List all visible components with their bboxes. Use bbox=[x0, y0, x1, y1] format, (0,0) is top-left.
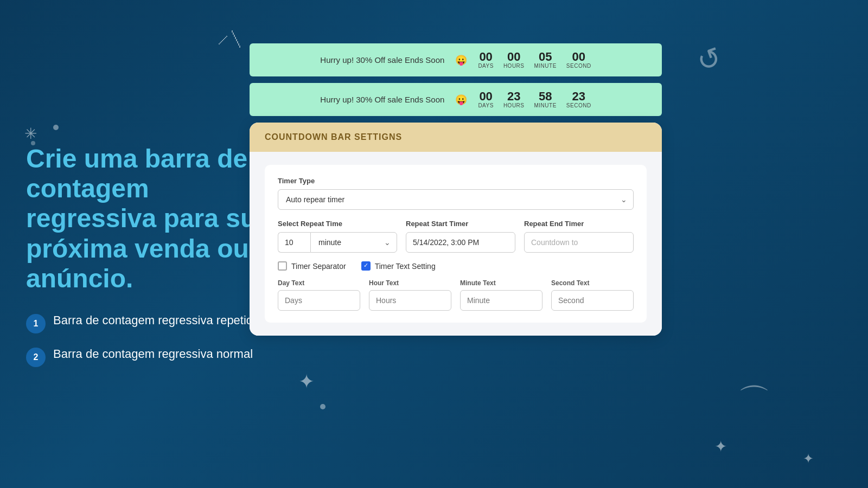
bar1-minutes-label: MINUTE bbox=[534, 63, 557, 69]
timer-separator-item[interactable]: Timer Separator bbox=[278, 261, 346, 271]
bar2-minutes-unit: 58 MINUTE bbox=[534, 91, 557, 108]
list-item-1-text: Barra de contagem regressiva repetida bbox=[53, 313, 259, 329]
bar1-text: Hurry up! 30% Off sale Ends Soon bbox=[320, 55, 444, 65]
bar2-hours-unit: 23 HOURS bbox=[503, 91, 525, 108]
timer-text-setting-label: Timer Text Setting bbox=[375, 262, 436, 271]
repeat-end-label: Repeat End Timer bbox=[524, 220, 634, 228]
list-item-2-text: Barra de contagem regressiva normal bbox=[53, 346, 253, 362]
minute-text-input[interactable] bbox=[460, 290, 542, 311]
checkboxes-row: Timer Separator Timer Text Setting bbox=[278, 261, 634, 271]
deco-star4-icon: ✦ bbox=[803, 451, 814, 466]
bar1-seconds-label: SECOND bbox=[566, 63, 591, 69]
bar1-minutes-number: 05 bbox=[539, 51, 552, 63]
list-item-1-number: 1 bbox=[26, 314, 46, 333]
bar2-seconds-label: SECOND bbox=[566, 102, 591, 108]
bar1-seconds-number: 00 bbox=[572, 51, 585, 63]
timer-separator-checkbox[interactable] bbox=[278, 261, 287, 271]
bar2-minutes-label: MINUTE bbox=[534, 102, 557, 108]
second-text-input[interactable] bbox=[551, 290, 634, 311]
bar1-seconds-unit: 00 SECOND bbox=[566, 51, 591, 69]
bar2-days-unit: 00 DAYS bbox=[478, 91, 494, 108]
hour-text-group: Hour Text bbox=[369, 279, 451, 311]
deco-star2-icon: ✦ bbox=[298, 370, 315, 393]
bar1-days-number: 00 bbox=[479, 51, 492, 63]
repeat-end-input[interactable] bbox=[524, 232, 634, 253]
bar1-emoji: 😛 bbox=[455, 54, 467, 66]
deco-dot3 bbox=[320, 404, 326, 409]
settings-header: COUNTDOWN BAR SETTIGNS bbox=[250, 123, 662, 152]
bar2-seconds-unit: 23 SECOND bbox=[566, 91, 591, 108]
timer-text-setting-item[interactable]: Timer Text Setting bbox=[361, 261, 436, 271]
bar2-hours-label: HOURS bbox=[503, 102, 525, 108]
deco-dot1 bbox=[53, 125, 59, 130]
timer-text-setting-checkbox[interactable] bbox=[361, 261, 371, 271]
minute-text-label: Minute Text bbox=[460, 279, 542, 287]
list-item-2: 2 Barra de contagem regressiva normal bbox=[26, 346, 286, 367]
repeat-unit-select[interactable]: minute bbox=[310, 232, 397, 253]
day-text-input[interactable] bbox=[278, 290, 360, 311]
second-text-group: Second Text bbox=[551, 279, 634, 311]
countdown-bar-2: Hurry up! 30% Off sale Ends Soon 😛 00 DA… bbox=[250, 83, 662, 116]
bar2-timer-units: 00 DAYS 23 HOURS 58 MINUTE 23 SECOND bbox=[478, 91, 591, 108]
repeat-value-input[interactable] bbox=[278, 232, 310, 253]
settings-title: COUNTDOWN BAR SETTIGNS bbox=[265, 132, 647, 142]
deco-asterisk-icon: ✳ bbox=[24, 125, 37, 143]
text-fields-row: Day Text Hour Text Minute Text Second Te… bbox=[278, 279, 634, 311]
bar1-timer-units: 00 DAYS 00 HOURS 05 MINUTE 00 SECOND bbox=[478, 51, 591, 69]
day-text-label: Day Text bbox=[278, 279, 360, 287]
bar1-minutes-unit: 05 MINUTE bbox=[534, 51, 557, 69]
timer-separator-label: Timer Separator bbox=[291, 262, 346, 271]
repeat-start-label: Repeat Start Timer bbox=[406, 220, 515, 228]
main-title: Crie uma barra de contagem regressiva pa… bbox=[26, 144, 286, 293]
bar1-days-unit: 00 DAYS bbox=[478, 51, 494, 69]
minute-text-group: Minute Text bbox=[460, 279, 542, 311]
second-text-label: Second Text bbox=[551, 279, 634, 287]
list-item-2-number: 2 bbox=[26, 348, 46, 367]
countdown-bar-1: Hurry up! 30% Off sale Ends Soon 😛 00 DA… bbox=[250, 43, 662, 76]
bar2-emoji: 😛 bbox=[455, 94, 467, 106]
repeat-start-input[interactable] bbox=[406, 232, 515, 253]
repeat-time-row: Select Repeat Time minute ⌄ bbox=[278, 220, 634, 253]
settings-body: Timer Type Auto repear timer ⌄ Select Re… bbox=[250, 152, 662, 336]
right-panel: Hurry up! 30% Off sale Ends Soon 😛 00 DA… bbox=[250, 43, 705, 336]
timer-type-label: Timer Type bbox=[278, 177, 634, 185]
bar2-minutes-number: 58 bbox=[539, 91, 552, 102]
day-text-group: Day Text bbox=[278, 279, 360, 311]
bar2-hours-number: 23 bbox=[507, 91, 520, 102]
timer-type-select[interactable]: Auto repear timer bbox=[278, 189, 634, 210]
hour-text-input[interactable] bbox=[369, 290, 451, 311]
repeat-unit-wrapper[interactable]: minute ⌄ bbox=[310, 232, 397, 253]
bar1-hours-label: HOURS bbox=[503, 63, 525, 69]
select-repeat-time-label: Select Repeat Time bbox=[278, 220, 397, 228]
bar2-days-number: 00 bbox=[479, 91, 492, 102]
timer-type-select-wrapper[interactable]: Auto repear timer ⌄ bbox=[278, 189, 634, 210]
bar1-hours-number: 00 bbox=[507, 51, 520, 63]
bar2-days-label: DAYS bbox=[478, 102, 494, 108]
bar1-days-label: DAYS bbox=[478, 63, 494, 69]
bar2-seconds-number: 23 bbox=[572, 91, 585, 102]
hour-text-label: Hour Text bbox=[369, 279, 451, 287]
repeat-time-input-row: minute ⌄ bbox=[278, 232, 397, 253]
deco-curl-icon: ⌒ bbox=[738, 379, 770, 423]
list-item-1: 1 Barra de contagem regressiva repetida bbox=[26, 313, 286, 333]
left-panel: Crie uma barra de contagem regressiva pa… bbox=[26, 144, 286, 380]
bar2-text: Hurry up! 30% Off sale Ends Soon bbox=[320, 95, 444, 104]
bar1-hours-unit: 00 HOURS bbox=[503, 51, 525, 69]
deco-star3-icon: ✦ bbox=[714, 438, 727, 455]
settings-panel: COUNTDOWN BAR SETTIGNS Timer Type Auto r… bbox=[250, 123, 662, 336]
form-section: Timer Type Auto repear timer ⌄ Select Re… bbox=[265, 165, 647, 323]
deco-star1-icon: ⟋╲ bbox=[214, 30, 240, 50]
